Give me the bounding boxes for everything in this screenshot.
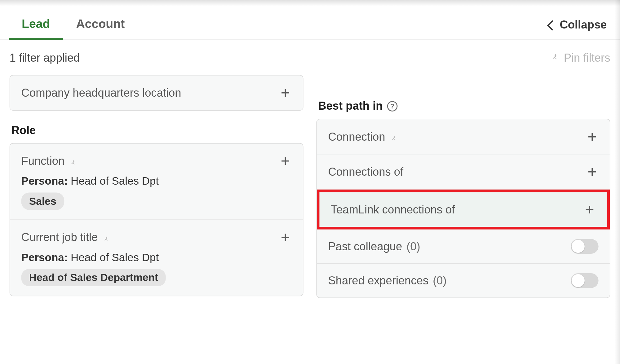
chip-head-of-sales-dept[interactable]: Head of Sales Department xyxy=(21,269,166,286)
pin-filters-button[interactable]: Pin filters xyxy=(550,51,610,64)
plus-icon[interactable]: + xyxy=(279,153,292,169)
pin-filters-label: Pin filters xyxy=(564,51,610,64)
jobtitle-persona: Persona: Head of Sales Dpt xyxy=(21,251,292,264)
chevron-left-icon xyxy=(548,20,555,30)
pin-icon xyxy=(550,53,560,63)
filter-connections-of[interactable]: Connections of + xyxy=(317,154,610,189)
filter-shared-exp-count: (0) xyxy=(433,274,446,287)
scrollbar-edge xyxy=(614,0,620,364)
filter-shared-experiences[interactable]: Shared experiences (0) xyxy=(317,264,610,297)
section-role: Role xyxy=(11,124,303,137)
tabs-bar: Lead Account Collapse xyxy=(0,6,620,40)
plus-icon[interactable]: + xyxy=(586,164,599,179)
filter-company-hq-label: Company headquarters location xyxy=(21,86,181,99)
section-best-path-in: Best path in ? xyxy=(318,99,610,113)
pin-icon xyxy=(102,233,110,241)
filter-jobtitle-label: Current job title xyxy=(21,230,98,244)
collapse-label: Collapse xyxy=(560,18,607,32)
filter-connections-of-label: Connections of xyxy=(328,165,403,178)
left-column: Company headquarters location + Role Fun… xyxy=(10,75,303,298)
role-filter-box: Function + Persona: Head of Sales Dpt xyxy=(10,143,303,296)
filter-connection[interactable]: Connection + xyxy=(317,119,610,154)
pin-icon xyxy=(69,157,77,165)
toggle-past-colleague[interactable] xyxy=(571,239,599,254)
plus-icon[interactable]: + xyxy=(583,202,596,217)
filters-applied-text: 1 filter applied xyxy=(10,51,80,64)
collapse-button[interactable]: Collapse xyxy=(548,18,611,32)
filter-past-colleague-label: Past colleague xyxy=(328,240,402,253)
toggle-shared-experiences[interactable] xyxy=(571,273,599,288)
chip-sales[interactable]: Sales xyxy=(21,193,64,210)
plus-icon[interactable]: + xyxy=(279,230,292,245)
best-path-filter-box: Connection + Connections of + xyxy=(317,119,610,298)
filter-status-row: 1 filter applied Pin filters xyxy=(0,40,620,69)
plus-icon[interactable]: + xyxy=(586,129,599,144)
filter-function-label: Function xyxy=(21,154,65,168)
pin-icon xyxy=(390,133,397,140)
filter-past-colleague-count: (0) xyxy=(406,240,420,253)
filter-company-hq[interactable]: Company headquarters location + xyxy=(10,75,303,111)
tab-account[interactable]: Account xyxy=(63,11,138,39)
tab-lead[interactable]: Lead xyxy=(9,11,63,39)
help-icon[interactable]: ? xyxy=(387,101,398,112)
filter-past-colleague[interactable]: Past colleague (0) xyxy=(317,230,610,264)
plus-icon[interactable]: + xyxy=(279,85,292,100)
right-column: Best path in ? Connection + xyxy=(317,75,610,298)
filter-current-job-title[interactable]: Current job title + Persona: Head of Sal… xyxy=(10,220,303,296)
filter-function[interactable]: Function + Persona: Head of Sales Dpt xyxy=(10,143,303,220)
function-persona: Persona: Head of Sales Dpt xyxy=(21,175,292,187)
filter-connection-label: Connection xyxy=(328,130,385,143)
filter-shared-exp-label: Shared experiences xyxy=(328,274,428,287)
filter-teamlink-connections-of[interactable]: TeamLink connections of + xyxy=(317,190,610,230)
filter-teamlink-label: TeamLink connections of xyxy=(331,203,455,216)
